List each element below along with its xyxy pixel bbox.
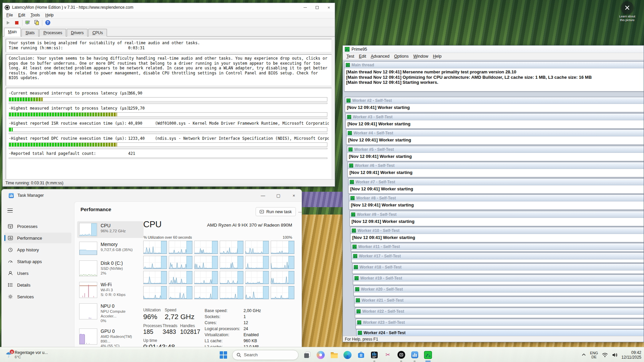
perf-item-cpu[interactable]: CPU 96% 2,72 GHz [77, 221, 144, 238]
tab-drivers[interactable]: Drivers [67, 29, 88, 37]
worker-window[interactable]: 2P-1Worker #17 - Self-Test [352, 252, 644, 263]
prime95-titlebar[interactable]: 2P-1 Prime95 [343, 46, 644, 53]
child-titlebar[interactable]: 2P-1Worker #23 - Self-Test [356, 319, 644, 326]
menu-item-options[interactable]: Options [392, 53, 411, 59]
menu-item-advanced[interactable]: Advanced [368, 53, 392, 59]
child-titlebar[interactable]: 2P-1Worker #19 - Self-Test [353, 275, 644, 282]
child-titlebar[interactable]: 2P-1Worker #17 - Self-Test [352, 253, 644, 259]
file-explorer-icon[interactable] [329, 350, 339, 360]
menu-item-tools[interactable]: Tools [28, 12, 42, 18]
perf-item-disk[interactable]: Disk 0 (C:) SSD (NVMe) 2% [77, 259, 144, 278]
child-titlebar[interactable]: 2P-1Worker #10 - Self-Test [351, 227, 644, 234]
more-options-button[interactable]: ... [296, 207, 302, 216]
task-manager-titlebar[interactable]: Task Manager — ▢ × [2, 189, 302, 201]
tray-chevron-icon[interactable] [581, 352, 586, 357]
perf-item-npu[interactable]: NPU 0 NPU Compute Acceler... 0% [77, 302, 144, 325]
menu-item-edit[interactable]: Edit [16, 12, 28, 18]
prime95-icon[interactable]: 2P-1 [423, 350, 433, 360]
tab-processes[interactable]: Processes [39, 29, 66, 37]
play-button[interactable] [5, 19, 11, 26]
child-titlebar[interactable]: 2P-1Worker #6 - Self-Test [348, 162, 644, 169]
sidebar-item-performance[interactable]: Performance [4, 233, 71, 243]
child-titlebar[interactable]: 2P-1Worker #8 - Self-Test [349, 195, 644, 201]
circle-app-icon[interactable] [396, 350, 406, 360]
worker-window[interactable]: 2P-1Worker #2 - Self-Test[Nov 12 09:41] … [345, 97, 644, 112]
child-titlebar[interactable]: 2P-1Worker #20 - Self-Test [354, 286, 644, 293]
child-titlebar[interactable]: 2P-1Worker #7 - Self-Test [348, 179, 644, 185]
tab-cpus[interactable]: CPUs [88, 29, 107, 37]
worker-window[interactable]: 2P-1Worker #10 - Self-Test[Nov 12 09:41]… [350, 227, 644, 242]
menu-item-help[interactable]: Help [431, 53, 444, 59]
edge-icon[interactable] [343, 350, 352, 360]
sidebar-item-processes[interactable]: Processes [4, 221, 71, 232]
child-titlebar[interactable]: 2P-1Worker #5 - Self-Test [347, 146, 644, 153]
learn-about-picture-widget[interactable]: Learn aboutthis picture [618, 1, 636, 22]
sidebar-item-details[interactable]: Details [4, 280, 71, 290]
snipping-tool-icon[interactable]: ✂ [383, 350, 392, 360]
language-indicator[interactable]: ENGDE [590, 351, 598, 359]
report-icon[interactable] [33, 19, 40, 26]
analyze-icon[interactable] [24, 19, 31, 26]
hamburger-menu-icon[interactable] [6, 205, 19, 216]
sidebar-item-startup-apps[interactable]: Startup apps [4, 256, 71, 267]
child-titlebar[interactable]: 2P-1Worker #9 - Self-Test [350, 211, 644, 218]
worker-window[interactable]: 2P-1Worker #19 - Self-Test [353, 275, 644, 285]
worker-window[interactable]: 2P-1Worker #22 - Self-Test [355, 308, 644, 318]
tab-stats[interactable]: Stats [21, 29, 39, 37]
sidebar-item-services[interactable]: Services [4, 291, 71, 302]
child-titlebar[interactable]: 2P-1Main thread [344, 62, 644, 68]
search-box[interactable]: Search [232, 350, 299, 360]
worker-window[interactable]: 2P-1Worker #21 - Self-Test [354, 297, 644, 307]
close-icon[interactable]: × [286, 189, 302, 201]
minimize-icon[interactable] [304, 7, 307, 8]
sidebar-item-app-history[interactable]: App history [4, 244, 71, 255]
worker-window[interactable]: 2P-1Worker #9 - Self-Test[Nov 12 09:41] … [350, 211, 644, 226]
help-icon[interactable]: ? [44, 19, 51, 26]
child-titlebar[interactable]: 2P-1Worker #4 - Self-Test [346, 130, 644, 136]
copilot-icon[interactable] [316, 350, 325, 360]
menu-item-edit[interactable]: Edit [357, 53, 369, 59]
worker-window[interactable]: 2P-1Worker #4 - Self-Test[Nov 12 09:41] … [346, 129, 644, 145]
store-icon[interactable] [356, 350, 366, 360]
child-titlebar[interactable]: 2P-1Worker #11 - Self-Test [351, 243, 644, 250]
task-manager-icon[interactable] [410, 350, 419, 360]
child-titlebar[interactable]: 2P-1Worker #22 - Self-Test [355, 308, 644, 315]
worker-window[interactable]: 2P-1Worker #6 - Self-Test[Nov 12 09:41] … [347, 162, 644, 177]
wifi-icon[interactable] [602, 352, 608, 358]
worker-window[interactable]: 2P-1Worker #7 - Self-Test[Nov 12 09:41] … [348, 178, 644, 194]
worker-window[interactable]: 2P-1Worker #23 - Self-Test [356, 319, 644, 329]
clock[interactable]: 09:42 12/11/2025 [622, 350, 641, 360]
run-new-task-button[interactable]: Run new task [256, 207, 296, 216]
minimize-icon[interactable]: — [255, 189, 271, 201]
maximize-icon[interactable]: ▢ [271, 189, 286, 201]
learn-about-picture-icon[interactable] [621, 1, 634, 14]
menu-item-file[interactable]: File [4, 12, 15, 18]
perf-item-gpu[interactable]: GPU 0 AMD Radeon(TM) 890... 4% (55 °C) [77, 327, 144, 349]
tab-main[interactable]: Main [4, 28, 21, 37]
sidebar-item-users[interactable]: Users [4, 268, 71, 279]
perf-item-wifi[interactable]: Wi-Fi Wi-Fi 3 S: 0 R: 0 Kbps [77, 280, 144, 300]
worker-window-active[interactable]: 2P-1Worker #24 - Self-Test [356, 329, 644, 336]
menu-item-help[interactable]: Help [43, 12, 56, 18]
weather-widget[interactable]: ☂3 Regentage vor u... 6°C [3, 347, 50, 362]
task-view-icon[interactable] [303, 350, 312, 360]
latencymon-titlebar[interactable]: LatencyMon (Home Edition ) v 7.31 - http… [3, 3, 335, 12]
worker-window[interactable]: 2P-1Worker #20 - Self-Test [354, 286, 644, 296]
child-titlebar[interactable]: 2P-1Worker #2 - Self-Test [345, 97, 644, 104]
worker-window[interactable]: 2P-1Worker #18 - Self-Test [352, 263, 644, 274]
worker-window[interactable]: 2P-1Worker #5 - Self-Test[Nov 12 09:41] … [347, 146, 644, 161]
maximize-icon[interactable] [316, 6, 319, 9]
menu-item-window[interactable]: Window [411, 53, 430, 59]
worker-window[interactable]: 2P-1Main thread[Main thread Nov 12 09:41… [344, 61, 644, 92]
close-icon[interactable]: × [327, 5, 330, 10]
worker-window[interactable]: 2P-1Worker #8 - Self-Test[Nov 12 09:41] … [349, 194, 644, 210]
stop-button[interactable] [13, 19, 20, 26]
perf-item-memory[interactable]: Memory 9,7/27,6 GB (35%) [77, 240, 144, 257]
child-titlebar[interactable]: 2P-1Worker #18 - Self-Test [353, 264, 644, 270]
child-titlebar[interactable]: 2P-1Worker #3 - Self-Test [346, 114, 644, 120]
worker-window[interactable]: 2P-1Worker #11 - Self-Test [351, 243, 644, 252]
child-titlebar[interactable]: 2P-1Worker #21 - Self-Test [355, 297, 644, 304]
worker-window[interactable]: 2P-1Worker #3 - Self-Test[Nov 12 09:41] … [345, 113, 644, 129]
child-titlebar[interactable]: 2P-1Worker #24 - Self-Test [357, 329, 644, 336]
start-button[interactable] [219, 350, 228, 360]
